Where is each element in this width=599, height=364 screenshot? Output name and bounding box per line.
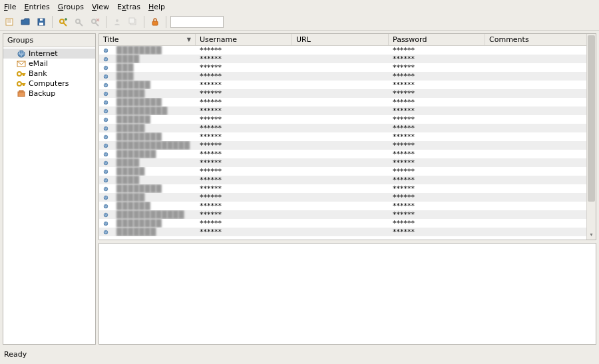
entry-icon [99,202,112,210]
table-row[interactable]: ███************ [99,72,586,81]
cell-title: ████ [112,55,196,63]
copy-pass-button[interactable] [126,15,140,29]
cell-title: ███ [112,63,196,72]
cell-password: ****** [389,228,485,236]
cell-username: ****** [196,106,292,115]
cell-title: ████████ [112,132,196,141]
search-input[interactable] [170,16,224,28]
scroll-thumb[interactable] [588,35,595,202]
cell-title: ████████ [112,98,196,106]
menubar: File Entries Groups View Extras Help [0,0,599,13]
menu-groups[interactable]: Groups [58,3,84,11]
table-row[interactable]: ████████************ [99,46,586,55]
toolbar-divider [166,16,166,28]
right-pane: Title▼ Username URL Password Comments ██… [99,33,596,345]
table-row[interactable]: ████████████************ [99,210,586,219]
table-row[interactable]: ████************ [99,55,586,63]
toolbar-divider [52,16,53,28]
cell-password: ****** [389,63,485,72]
groups-header: Groups [3,34,95,47]
entry-icon [99,90,112,98]
table-row[interactable]: ████████************ [99,98,586,106]
svg-rect-10 [152,21,158,25]
lock-button[interactable] [148,15,162,29]
sidebar-item-computers[interactable]: Computers [3,79,95,89]
cell-title: ██████ [112,115,196,124]
cell-password: ****** [389,89,485,98]
sidebar-item-label: eMail [29,59,48,68]
table-row[interactable]: ██████************ [99,202,586,210]
open-db-button[interactable] [19,15,32,29]
entry-icon [99,73,112,81]
table-row[interactable]: █████████████************ [99,141,586,150]
menu-help[interactable]: Help [148,3,165,11]
cell-title: ██████ [112,81,196,89]
col-comments-header[interactable]: Comments [485,34,586,45]
table-row[interactable]: ███████************ [99,150,586,158]
col-password-header[interactable]: Password [389,34,485,45]
key-icon [17,80,26,88]
entry-icon [99,142,112,150]
col-url-header[interactable]: URL [292,34,389,45]
menu-view[interactable]: View [92,3,109,11]
table-row[interactable]: ████████************ [99,184,586,193]
cell-title: ████ [112,158,196,167]
col-title-header[interactable]: Title▼ [99,34,196,45]
col-username-header[interactable]: Username [196,34,292,45]
cell-title: ██████ [112,202,196,210]
table-row[interactable]: █████************ [99,167,586,176]
entry-table: Title▼ Username URL Password Comments ██… [99,33,596,240]
sidebar-item-bank[interactable]: Bank [3,69,95,79]
table-row[interactable]: █████████************ [99,106,586,115]
table-row[interactable]: █████************ [99,124,586,132]
sidebar-item-email[interactable]: eMail [3,59,95,69]
new-db-button[interactable] [3,15,16,29]
table-row[interactable]: ████████************ [99,132,586,141]
cell-username: ****** [196,141,292,150]
table-row[interactable]: ███████************ [99,228,586,236]
table-row[interactable]: ███************ [99,63,586,72]
scroll-down-icon[interactable]: ▾ [587,230,596,238]
cell-username: ****** [196,89,292,98]
sidebar-item-backup[interactable]: Backup [3,89,95,98]
svg-rect-16 [19,91,23,92]
groups-sidebar: Groups InterneteMailBankComputersBackup [3,33,96,345]
edit-entry-button[interactable] [73,15,86,29]
cell-title: ████████ [112,46,196,55]
cell-title: ████████ [112,184,196,193]
cell-username: ****** [196,167,292,176]
table-row[interactable]: █████************ [99,89,586,98]
cell-password: ****** [389,55,485,63]
cell-title: █████████████ [112,141,196,150]
cell-password: ****** [389,46,485,55]
table-row[interactable]: █████************ [99,193,586,202]
delete-entry-button[interactable] [89,15,102,29]
sidebar-item-label: Bank [29,69,47,78]
save-db-button[interactable] [35,15,48,29]
entry-icon [99,159,112,167]
entry-icon [99,116,112,124]
table-row[interactable]: ██████************ [99,115,586,124]
menu-extras[interactable]: Extras [117,3,140,11]
cell-username: ****** [196,81,292,89]
cell-username: ****** [196,46,292,55]
sidebar-item-internet[interactable]: Internet [3,49,95,59]
menu-entries[interactable]: Entries [24,3,49,11]
globe-icon [17,50,26,58]
sidebar-item-label: Backup [29,89,55,98]
copy-user-button[interactable] [110,15,124,29]
cell-username: ****** [196,55,292,63]
entry-icon [99,194,112,202]
table-row[interactable]: ██████************ [99,81,586,89]
cell-password: ****** [389,115,485,124]
cell-title: █████████ [112,106,196,115]
table-row[interactable]: ████************ [99,176,586,184]
entry-icon [99,55,112,63]
add-entry-button[interactable] [57,15,70,29]
table-row[interactable]: ████████************ [99,219,586,228]
vertical-scrollbar[interactable]: ▾ [586,34,596,240]
menu-file[interactable]: File [4,3,16,11]
entry-icon [99,228,112,236]
cell-password: ****** [389,167,485,176]
table-row[interactable]: ████************ [99,158,586,167]
